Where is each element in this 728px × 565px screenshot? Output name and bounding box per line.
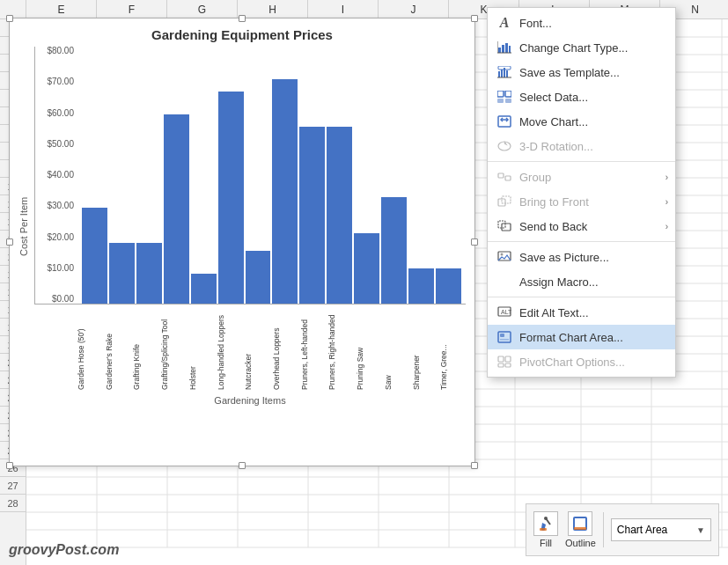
fill-button[interactable]: [533, 511, 558, 536]
x-label-6: Nutcracker: [244, 305, 270, 393]
bar-8: [299, 127, 325, 304]
svg-rect-55: [505, 99, 511, 103]
menu-item-3d-rotation[interactable]: 3-D Rotation...: [488, 134, 675, 158]
resize-handle-br[interactable]: [471, 462, 478, 469]
svg-rect-52: [497, 91, 504, 97]
svg-point-66: [501, 253, 504, 256]
x-label-7: Overhead Loppers: [272, 305, 298, 393]
svg-rect-61: [498, 199, 505, 206]
y-tick-3: $30.00: [35, 202, 77, 210]
3d-rotation-icon: [496, 138, 512, 154]
resize-handle-bl[interactable]: [6, 462, 13, 469]
col-header-G[interactable]: G: [167, 0, 238, 18]
x-label-4: Holster: [188, 305, 215, 393]
resize-handle-top[interactable]: [239, 15, 246, 22]
bar-3: [164, 114, 189, 304]
menu-item-move-chart-label: Move Chart...: [519, 115, 661, 128]
format-chart-area-icon: [496, 329, 512, 345]
menu-item-save-template[interactable]: Save as Template...: [488, 60, 675, 84]
bar-13: [436, 268, 461, 304]
menu-separator-2: [488, 241, 675, 242]
fill-label: Fill: [540, 538, 552, 548]
col-header-H[interactable]: H: [238, 0, 308, 18]
y-tick-6: $60.00: [35, 109, 77, 118]
resize-handle-bottom[interactable]: [239, 462, 246, 469]
group-icon: [496, 169, 512, 185]
y-tick-2: $20.00: [35, 233, 77, 242]
context-menu: A Font... Change Chart Type... Save as T…: [487, 7, 676, 378]
svg-rect-47: [501, 70, 503, 77]
menu-item-save-picture[interactable]: Save as Picture...: [488, 245, 675, 269]
menu-item-change-chart-type-label: Change Chart Type...: [519, 41, 661, 55]
col-header-F[interactable]: F: [97, 0, 167, 18]
bottom-toolbar: Fill Outline Chart Area ▼: [526, 503, 719, 556]
menu-item-change-chart-type[interactable]: Change Chart Type...: [488, 35, 675, 60]
svg-rect-75: [505, 363, 511, 367]
menu-item-format-chart-area-label: Format Chart Area...: [519, 331, 661, 344]
svg-rect-60: [505, 176, 511, 180]
x-label-12: Sharpener: [412, 305, 438, 393]
font-icon: A: [496, 15, 512, 31]
resize-handle-right[interactable]: [471, 238, 478, 246]
y-tick-8: $80.00: [35, 47, 77, 55]
chart-inner: Gardening Equipment Prices Cost Per Item…: [10, 18, 474, 466]
bar-0: [82, 208, 107, 304]
menu-item-pivotchart-options-label: PivotChart Options...: [519, 356, 661, 369]
fill-btn-group: Fill: [533, 511, 558, 548]
outline-label: Outline: [565, 538, 596, 548]
col-header-E[interactable]: E: [26, 0, 97, 18]
outline-button[interactable]: [568, 511, 592, 536]
x-axis-title: Gardening Items: [34, 395, 466, 406]
bar-7: [272, 79, 298, 304]
bar-10: [354, 233, 379, 304]
chart-area: Cost Per Item $0.00 $10.00 $20.00 $30.00…: [18, 47, 466, 406]
col-header-J[interactable]: J: [379, 0, 449, 18]
chart-area-dropdown-arrow: ▼: [696, 525, 705, 535]
svg-rect-74: [498, 363, 504, 367]
bar-11: [381, 197, 407, 304]
menu-item-move-chart[interactable]: Move Chart...: [488, 109, 675, 134]
bar-4: [191, 274, 217, 304]
x-label-2: Grafting Knife: [132, 305, 158, 393]
chart-area-dropdown-text: Chart Area: [617, 524, 696, 536]
menu-item-group-label: Group: [519, 171, 661, 184]
resize-handle-left[interactable]: [6, 238, 13, 246]
menu-item-font-label: Font...: [519, 17, 661, 30]
menu-item-edit-alt-text[interactable]: ALT Edit Alt Text...: [488, 300, 675, 325]
menu-item-send-to-back-label: Send to Back: [519, 220, 661, 233]
chart-container[interactable]: Gardening Equipment Prices Cost Per Item…: [9, 18, 475, 466]
menu-item-save-picture-label: Save as Picture...: [519, 251, 661, 264]
x-label-8: Pruners, Left-handed: [300, 305, 327, 393]
svg-rect-73: [505, 356, 511, 362]
col-header-I[interactable]: I: [308, 0, 379, 18]
spreadsheet: E F G H I J K L M N 1 2 3 4 5 6 7 8 9 10…: [0, 0, 728, 565]
group-submenu-arrow: ›: [665, 172, 668, 182]
menu-item-assign-macro[interactable]: Assign Macro...: [488, 269, 675, 294]
resize-handle-tl[interactable]: [6, 15, 13, 22]
menu-item-pivotchart-options[interactable]: PivotChart Options...: [488, 349, 675, 374]
svg-rect-63: [502, 224, 511, 231]
menu-item-send-to-back[interactable]: Send to Back ›: [488, 214, 675, 238]
menu-item-assign-macro-label: Assign Macro...: [519, 275, 661, 289]
menu-separator-1: [488, 161, 675, 162]
svg-text:ALT: ALT: [501, 309, 511, 315]
menu-item-format-chart-area[interactable]: Format Chart Area...: [488, 325, 675, 349]
send-to-back-icon: [496, 218, 512, 234]
menu-item-font[interactable]: A Font...: [488, 11, 675, 35]
save-picture-icon: [496, 249, 512, 265]
chart-area-dropdown[interactable]: Chart Area ▼: [611, 518, 711, 541]
menu-item-group[interactable]: Group ›: [488, 165, 675, 189]
pivotchart-options-icon: [496, 354, 512, 370]
svg-rect-76: [540, 528, 547, 531]
y-tick-5: $50.00: [35, 140, 77, 149]
svg-rect-40: [498, 48, 501, 53]
change-chart-type-icon: [496, 40, 512, 55]
resize-handle-tr[interactable]: [471, 15, 478, 22]
svg-rect-43: [509, 46, 511, 53]
menu-item-select-data-label: Select Data...: [519, 91, 661, 104]
assign-macro-icon: [496, 274, 512, 290]
move-chart-icon: [496, 114, 512, 129]
bar-9: [327, 127, 352, 304]
menu-item-select-data[interactable]: Select Data...: [488, 84, 675, 109]
menu-item-bring-to-front[interactable]: Bring to Front ›: [488, 189, 675, 214]
